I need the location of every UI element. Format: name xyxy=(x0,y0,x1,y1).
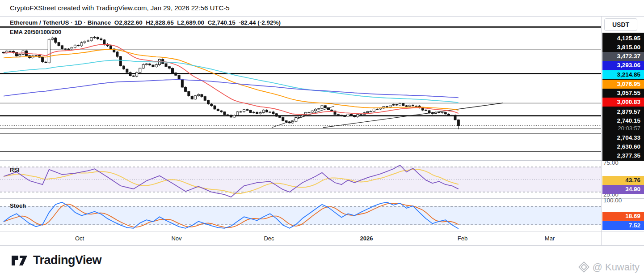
price-axis-label: 3,000.83 xyxy=(602,98,644,107)
time-axis-label-nov: Nov xyxy=(171,235,181,242)
stoch-panel-title[interactable]: Stoch xyxy=(10,202,26,209)
symbol-legend[interactable]: Ethereum / TetherUS · 1D · Binance O2,82… xyxy=(10,19,281,26)
time-axis-label-2026: 2026 xyxy=(360,235,373,242)
time-axis-label-feb: Feb xyxy=(458,235,467,242)
price-axis-label: 3,057.55 xyxy=(602,89,644,98)
axis-tick-label: 100.00 xyxy=(603,197,644,204)
price-axis-label: 18.69 xyxy=(602,212,644,221)
price-axis-label: 2,630.60 xyxy=(602,142,644,151)
tradingview-brand[interactable]: TradingView xyxy=(11,253,101,267)
time-axis-label-mar: Mar xyxy=(545,235,555,242)
price-axis-label: 3,214.85 xyxy=(602,70,644,79)
price-axis-label: 3,076.95 xyxy=(602,80,644,89)
price-axis-label: 2,377.35 xyxy=(602,151,644,160)
price-axis-label: 34.90 xyxy=(602,185,644,194)
price-axis[interactable]: 75.0025.00100.004,125.953,815.003,472.37… xyxy=(602,0,644,251)
price-axis-label: 2,879.57 xyxy=(602,107,644,116)
author-credit-text: @ Kuwaity xyxy=(593,261,640,273)
time-axis-label-oct: Oct xyxy=(75,235,84,242)
time-axis-label-dec: Dec xyxy=(264,235,274,242)
price-axis-label: 3,293.06 xyxy=(602,61,644,70)
tradingview-chart-page: CryptoFXStreet created with TradingView.… xyxy=(0,0,644,278)
price-axis-label: 3,815.00 xyxy=(602,43,644,52)
price-axis-label: 7.52 xyxy=(602,221,644,230)
axis-tick-label: 75.00 xyxy=(603,159,644,166)
kuwaity-diamond-icon xyxy=(578,261,590,273)
price-axis-label: 2,740.1520:03:57 xyxy=(602,116,644,133)
currency-toggle-button[interactable]: USDT xyxy=(604,18,637,31)
price-axis-label: 2,704.33 xyxy=(602,133,644,142)
price-axis-label: 43.76 xyxy=(602,176,644,185)
price-axis-label: 4,125.95 xyxy=(602,34,644,43)
tradingview-brand-text: TradingView xyxy=(33,253,101,267)
author-credit: @ Kuwaity xyxy=(578,261,640,273)
rsi-panel-title[interactable]: RSI xyxy=(10,167,20,173)
price-axis-label: 3,472.37 xyxy=(602,52,644,61)
tradingview-logo-icon xyxy=(11,254,29,267)
ema-legend[interactable]: EMA 20/50/100/200 xyxy=(10,29,61,35)
